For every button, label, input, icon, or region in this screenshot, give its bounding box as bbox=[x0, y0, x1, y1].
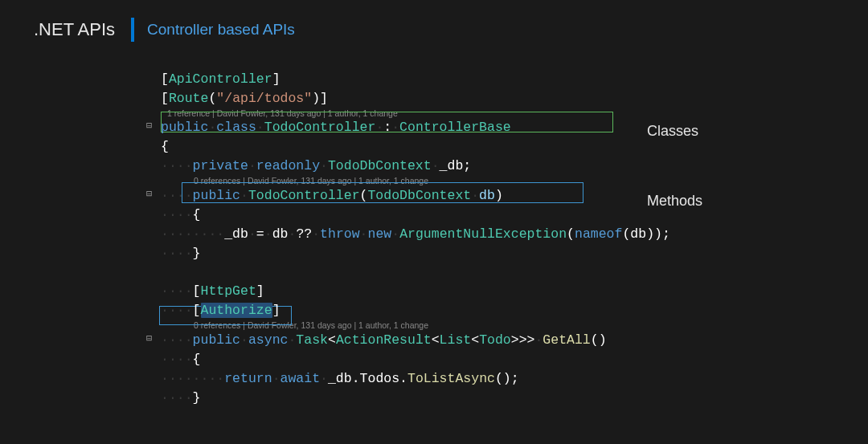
code-line: [Route("/api/todos")] bbox=[161, 89, 868, 108]
code-line-class-decl: ⊟public·class·TodoController·:·Controlle… bbox=[161, 118, 868, 137]
code-line: ····[Authorize] bbox=[161, 301, 868, 320]
title-divider bbox=[131, 18, 134, 42]
code-line-method: ⊟····public·async·Task<ActionResult<List… bbox=[161, 331, 868, 350]
code-line: ····} bbox=[161, 244, 868, 263]
code-block: Classes Methods [ApiController] [Route("… bbox=[161, 70, 868, 408]
code-line bbox=[161, 263, 868, 282]
codelens-class[interactable]: 1 reference | David Fowler, 131 days ago… bbox=[161, 108, 868, 119]
codelens-method[interactable]: 0 references | David Fowler, 131 days ag… bbox=[161, 320, 868, 331]
code-line: ····[HttpGet] bbox=[161, 282, 868, 301]
code-line: ····{ bbox=[161, 350, 868, 369]
page-subtitle: Controller based APIs bbox=[147, 21, 295, 39]
code-line: ····} bbox=[161, 389, 868, 408]
collapse-icon[interactable]: ⊟ bbox=[146, 120, 152, 133]
code-line: ········return·await·_db.Todos.ToListAsy… bbox=[161, 369, 868, 389]
collapse-icon[interactable]: ⊟ bbox=[146, 332, 152, 346]
code-line: ····{ bbox=[161, 206, 868, 225]
page-title: .NET APIs bbox=[34, 19, 115, 40]
codelens-ctor[interactable]: 0 references | David Fowler, 131 days ag… bbox=[161, 176, 868, 186]
code-line: ········_db·=·db·??·throw·new·ArgumentNu… bbox=[161, 225, 868, 244]
code-line: ····private·readonly·TodoDbContext·_db; bbox=[161, 157, 868, 176]
code-line-ctor: ⊟····public·TodoController(TodoDbContext… bbox=[161, 186, 868, 206]
code-line: [ApiController] bbox=[161, 70, 868, 89]
collapse-icon[interactable]: ⊟ bbox=[146, 188, 152, 202]
code-editor[interactable]: Classes Methods [ApiController] [Route("… bbox=[0, 42, 868, 408]
code-line: { bbox=[161, 137, 868, 157]
page-header: .NET APIs Controller based APIs bbox=[0, 0, 868, 42]
